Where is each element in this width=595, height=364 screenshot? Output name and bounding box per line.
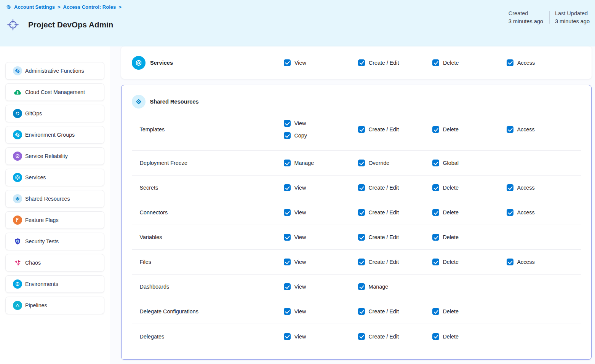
permission-label: Delete (443, 259, 459, 265)
checkbox-checked-icon[interactable] (507, 209, 513, 216)
checkbox-checked-icon[interactable] (284, 209, 291, 216)
checkbox-checked-icon[interactable] (358, 259, 365, 265)
checkbox-checked-icon[interactable] (284, 283, 291, 290)
sidebar-item-chaos[interactable]: Chaos (5, 254, 104, 271)
permission-create-edit[interactable]: Create / Edit (358, 308, 432, 315)
permission-access[interactable]: Access (507, 209, 581, 216)
permission-delete[interactable]: Delete (432, 126, 507, 133)
checkbox-checked-icon[interactable] (507, 184, 513, 191)
permission-view[interactable]: View (284, 308, 358, 315)
sidebar-item-administrative-functions[interactable]: Administrative Functions (5, 62, 104, 80)
permission-delete[interactable]: Delete (432, 184, 507, 191)
checkbox-checked-icon[interactable] (284, 259, 291, 265)
checkbox-checked-icon[interactable] (358, 234, 365, 241)
checkbox-checked-icon[interactable] (432, 333, 439, 340)
resource-row-label: Deployment Freeze (140, 160, 284, 166)
checkbox-checked-icon[interactable] (507, 259, 513, 265)
permission-create-edit[interactable]: Create / Edit (358, 333, 432, 340)
checkbox-checked-icon[interactable] (507, 59, 513, 66)
permission-column: Access (507, 180, 581, 196)
checkbox-checked-icon[interactable] (358, 308, 365, 315)
checkbox-checked-icon[interactable] (358, 59, 365, 66)
checkbox-checked-icon[interactable] (358, 209, 365, 216)
svg-text:$: $ (16, 91, 18, 94)
permission-override[interactable]: Override (358, 160, 432, 166)
sidebar-item-environments[interactable]: Environments (5, 275, 104, 293)
sidebar-item-gitops[interactable]: GitOps (5, 105, 104, 122)
permission-delete[interactable]: Delete (432, 259, 507, 265)
checkbox-checked-icon[interactable] (284, 132, 291, 139)
permission-view[interactable]: View (284, 184, 358, 191)
checkbox-checked-icon[interactable] (432, 160, 439, 166)
checkbox-checked-icon[interactable] (432, 59, 439, 66)
checkbox-checked-icon[interactable] (432, 126, 439, 133)
permission-manage[interactable]: Manage (358, 283, 432, 290)
permission-create-edit[interactable]: Create / Edit (358, 59, 432, 66)
sidebar-item-services[interactable]: Services (5, 169, 104, 186)
permission-label: View (294, 120, 306, 126)
permission-view[interactable]: View (284, 333, 358, 340)
feature-flag-icon (13, 216, 22, 225)
permission-label: Create / Edit (369, 185, 399, 191)
permission-column: Override (358, 155, 432, 171)
permission-delete[interactable]: Delete (432, 308, 507, 315)
permission-delete[interactable]: Delete (432, 333, 507, 340)
permission-copy[interactable]: Copy (284, 132, 358, 139)
pipelines-flow-icon (13, 301, 22, 310)
checkbox-checked-icon[interactable] (284, 120, 291, 127)
permission-view[interactable]: View (284, 120, 358, 127)
sidebar-item-pipelines[interactable]: Pipelines (5, 297, 104, 314)
permission-create-edit[interactable]: Create / Edit (358, 209, 432, 216)
sidebar-item-label: Chaos (25, 260, 41, 266)
permission-delete[interactable]: Delete (432, 209, 507, 216)
permission-create-edit[interactable]: Create / Edit (358, 234, 432, 241)
checkbox-checked-icon[interactable] (284, 333, 291, 340)
permission-access[interactable]: Access (507, 59, 581, 66)
permission-delete[interactable]: Delete (432, 234, 507, 241)
sidebar-item-environment-groups[interactable]: Environment Groups (5, 126, 104, 144)
permission-manage[interactable]: Manage (284, 160, 358, 166)
permission-view[interactable]: View (284, 234, 358, 241)
sidebar-item-cloud-cost-management[interactable]: $Cloud Cost Management (5, 83, 104, 101)
sidebar-item-label: Shared Resources (25, 196, 70, 202)
checkbox-checked-icon[interactable] (432, 259, 439, 265)
permission-view[interactable]: View (284, 259, 358, 265)
checkbox-checked-icon[interactable] (284, 184, 291, 191)
permission-create-edit[interactable]: Create / Edit (358, 126, 432, 133)
checkbox-checked-icon[interactable] (284, 59, 291, 66)
sidebar-item-shared-resources[interactable]: Shared Resources (5, 190, 104, 208)
checkbox-checked-icon[interactable] (358, 184, 365, 191)
permission-view[interactable]: View (284, 59, 358, 66)
permission-label: Delete (443, 126, 459, 133)
resource-row-label: Delegates (140, 334, 284, 340)
permission-access[interactable]: Access (507, 259, 581, 265)
checkbox-checked-icon[interactable] (432, 234, 439, 241)
sidebar-item-label: Pipelines (25, 302, 47, 308)
checkbox-checked-icon[interactable] (284, 308, 291, 315)
breadcrumb-access-control-roles[interactable]: Access Control: Roles (63, 4, 116, 10)
sidebar-item-security-tests[interactable]: Security Tests (5, 233, 104, 250)
permission-delete[interactable]: Delete (432, 59, 507, 66)
checkbox-checked-icon[interactable] (358, 333, 365, 340)
permission-access[interactable]: Access (507, 126, 581, 133)
permission-create-edit[interactable]: Create / Edit (358, 184, 432, 191)
permission-access[interactable]: Access (507, 184, 581, 191)
breadcrumb-account-settings[interactable]: Account Settings (14, 4, 55, 10)
last-updated-meta: Last Updated 3 minutes ago (555, 10, 590, 24)
permission-view[interactable]: View (284, 209, 358, 216)
sidebar-item-feature-flags[interactable]: Feature Flags (5, 211, 104, 229)
checkbox-checked-icon[interactable] (432, 184, 439, 191)
permission-view[interactable]: View (284, 283, 358, 290)
checkbox-checked-icon[interactable] (432, 209, 439, 216)
checkbox-checked-icon[interactable] (284, 234, 291, 241)
checkbox-checked-icon[interactable] (358, 126, 365, 133)
permission-create-edit[interactable]: Create / Edit (358, 259, 432, 265)
checkbox-checked-icon[interactable] (432, 308, 439, 315)
permission-global[interactable]: Global (432, 160, 507, 166)
checkbox-checked-icon[interactable] (358, 160, 365, 166)
sidebar-item-service-reliability[interactable]: Service Reliability (5, 147, 104, 165)
sidebar-item-label: GitOps (25, 110, 42, 117)
checkbox-checked-icon[interactable] (358, 283, 365, 290)
checkbox-checked-icon[interactable] (284, 160, 291, 166)
checkbox-checked-icon[interactable] (507, 126, 513, 133)
